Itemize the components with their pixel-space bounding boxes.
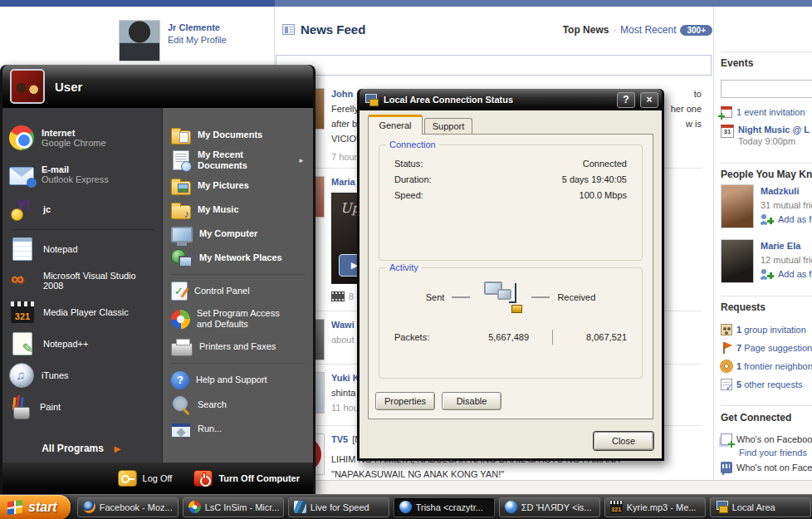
media-player-classic-icon: 321 — [610, 501, 623, 513]
start-menu-item-set-program-access[interactable]: Set Program Access and Defaults — [163, 303, 306, 335]
chat-bubble-icon — [721, 462, 732, 473]
start-menu-item-internet[interactable]: InternetGoogle Chrome — [2, 120, 162, 156]
start-menu-item-paint[interactable]: Paint — [2, 391, 162, 423]
start-menu-item-help-and-support[interactable]: ? Help and Support — [163, 368, 313, 392]
facebook-top-bar-left — [0, 0, 275, 7]
request-link-frontier[interactable]: 1 frontier neighbors — [721, 360, 812, 372]
all-programs-button[interactable]: All Programs ► — [2, 434, 162, 463]
filter-top-news[interactable]: Top News — [563, 24, 609, 36]
profile-photo[interactable] — [119, 20, 160, 61]
request-link-pages[interactable]: 7 Page suggestions — [721, 342, 812, 354]
messenger-icon — [505, 501, 517, 513]
status-value: Connected — [583, 159, 627, 169]
suggested-friend-name[interactable]: Marie Ela — [761, 241, 800, 251]
status-composer-input[interactable] — [276, 55, 712, 76]
start-menu-item-printers-and-faxes[interactable]: Printers and Faxes — [163, 335, 313, 359]
start-menu-pinned-column: InternetGoogle Chrome E-mailOutlook Expr… — [2, 108, 162, 463]
whos-on-facebook-row: Who's on Facebook? — [721, 433, 812, 445]
close-window-button[interactable]: × — [640, 92, 658, 108]
run-icon — [171, 424, 191, 438]
general-tab-page: Connection Status: Connected Duration: 5… — [368, 134, 653, 419]
start-menu-item-my-recent-documents[interactable]: My Recent Documents ► — [163, 147, 313, 174]
profile-name-link[interactable]: Jr Clemente — [168, 22, 227, 32]
start-menu-item-yahoo-messenger[interactable]: Y! jc — [2, 193, 162, 226]
help-icon: ? — [171, 371, 189, 389]
request-link-other[interactable]: 5 other requests — [721, 379, 803, 390]
paint-icon — [9, 394, 32, 419]
start-menu-item-media-player-classic[interactable]: 321 Media Player Classic — [2, 296, 162, 328]
taskbar-button-media-player[interactable]: 321 Kyrie.mp3 - Me... — [604, 497, 706, 517]
user-avatar — [10, 69, 45, 104]
start-menu-item-my-documents[interactable]: My Documents — [163, 123, 313, 147]
start-menu-item-my-computer[interactable]: My Computer — [163, 222, 313, 246]
post-author-link[interactable]: Wawi — [331, 317, 355, 332]
edit-profile-link[interactable]: Edit My Profile — [168, 35, 227, 45]
properties-button[interactable]: Properties — [375, 392, 435, 410]
start-menu-item-run[interactable]: Run... — [163, 417, 313, 441]
section-divider — [721, 51, 812, 52]
post-text-fragment: w is — [686, 116, 702, 131]
start-menu-item-notepad[interactable]: Notepad — [2, 233, 162, 265]
search-icon — [171, 394, 191, 414]
find-your-friends-link[interactable]: Find your friends — [739, 448, 807, 458]
start-menu-item-notepad-plus-plus[interactable]: ✎ Notepad++ — [2, 328, 162, 360]
taskbar-button-visual-studio[interactable]: LsC InSim - Micr... — [183, 497, 284, 517]
start-menu-item-itunes[interactable]: ♫ iTunes — [2, 360, 162, 391]
menu-separator — [171, 274, 305, 275]
suggested-friend-photo[interactable] — [721, 184, 754, 228]
desktop: Jr Clemente Edit My Profile News Feed To… — [0, 0, 812, 519]
all-programs-arrow-icon: ► — [112, 443, 123, 455]
close-button[interactable]: Close — [594, 432, 653, 450]
event-name-link[interactable]: Night Music @ L — [738, 125, 810, 135]
windows-flag-icon — [7, 499, 22, 515]
start-menu-item-my-music[interactable]: My Music — [163, 198, 313, 222]
start-menu-item-search[interactable]: Search — [163, 392, 313, 417]
log-off-button[interactable]: Log Off — [118, 470, 173, 487]
add-friend-icon — [761, 268, 774, 280]
notepad-icon — [12, 237, 32, 261]
turn-off-computer-button[interactable]: Turn Off Computer — [193, 470, 300, 487]
request-link-group[interactable]: 1 group invitation — [721, 324, 806, 335]
event-invitation-link[interactable]: 1 event invitation — [721, 106, 805, 118]
dialog-title-bar[interactable]: Local Area Connection Status ? × — [360, 89, 662, 110]
taskbar-button-local-area-connection[interactable]: Local Area — [710, 497, 811, 517]
add-friend-link[interactable]: Add as friend — [761, 213, 812, 225]
live-for-speed-icon — [294, 501, 306, 513]
start-menu-item-my-network-places[interactable]: My Network Places — [163, 246, 313, 270]
people-you-may-know-heading: People You May Know — [721, 169, 812, 180]
filter-most-recent[interactable]: Most Recent — [620, 24, 676, 36]
post-author-link[interactable]: TV5 — [331, 432, 348, 447]
speed-label: Speed: — [394, 190, 423, 200]
start-menu-item-visual-studio[interactable]: ∞ Microsoft Visual Studio 2008 — [2, 265, 162, 296]
packets-label: Packets: — [394, 332, 470, 342]
messenger-icon — [399, 501, 412, 513]
suggested-friend-name[interactable]: Madzkuli — [761, 186, 799, 196]
new-stories-badge[interactable]: 300+ — [680, 25, 712, 36]
taskbar-button-messenger-trisha[interactable]: Trisha <crazytr... — [394, 497, 495, 517]
submenu-arrow-icon: ► — [298, 157, 305, 164]
disable-button[interactable]: Disable — [442, 392, 501, 410]
activity-groupbox: Activity Sent Received Packets: 5,667,48… — [379, 267, 643, 379]
taskbar-button-facebook[interactable]: Facebook - Moz... — [77, 497, 179, 517]
start-menu-item-email[interactable]: E-mailOutlook Express — [2, 156, 162, 193]
email-icon — [9, 167, 34, 185]
post-author-link[interactable]: Maria — [331, 174, 355, 189]
help-button[interactable]: ? — [617, 92, 635, 108]
post-author-link[interactable]: John — [331, 86, 353, 101]
power-icon — [193, 470, 213, 487]
event-planning-input[interactable] — [721, 80, 812, 98]
taskbar-button-live-for-speed[interactable]: Live for Speed — [288, 497, 389, 517]
activity-group-label: Activity — [386, 262, 422, 272]
add-friend-link[interactable]: Add as friend — [761, 268, 812, 280]
event-item[interactable]: 31 Night Music @ L Today 9:00pm — [721, 125, 810, 146]
start-menu-item-control-panel[interactable]: ✓ Control Panel — [163, 279, 313, 303]
post-text-fragment: Ferelly — [331, 101, 359, 116]
tab-support[interactable]: Support — [424, 118, 472, 135]
suggested-friend-photo[interactable] — [721, 239, 754, 283]
taskbar-button-messenger-hardy[interactable]: ΣD 'HΛЯDY <is... — [499, 497, 600, 517]
tab-general[interactable]: General — [368, 115, 423, 135]
post-author-link[interactable]: Yuki K — [331, 370, 360, 385]
start-button[interactable]: start — [0, 495, 71, 519]
sent-label: Sent — [426, 292, 445, 302]
start-menu-item-my-pictures[interactable]: My Pictures — [163, 174, 313, 198]
